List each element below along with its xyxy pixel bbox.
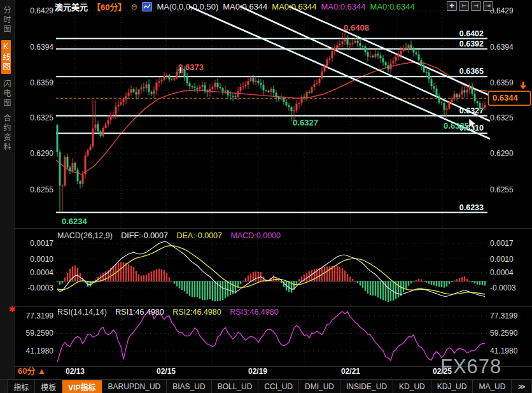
axis-tick-label: 77.3199 [26, 311, 54, 320]
toolbar-tab-7[interactable]: DMI_UD [299, 380, 340, 393]
axis-tick-label: 59.2590 [26, 329, 54, 338]
toolbar-tab-6[interactable]: CCI_UD [258, 380, 299, 393]
price-marker-icon [520, 85, 526, 89]
axis-tick-label: -0.0003 [27, 283, 53, 292]
axis-tick-label: 0.6359 [490, 78, 514, 87]
rsi2-value: RSI2:46.4980 [172, 308, 221, 317]
annotation-label: 0.6234 [62, 217, 88, 226]
date-label: 02/13 [66, 367, 85, 376]
date-label: 02/21 [341, 367, 360, 376]
ma-params-label: MA(0,0,0,0,0,50) [157, 2, 218, 11]
ma-value-4: MA0:0.6344 [370, 2, 415, 11]
chart-style-icon[interactable] [142, 2, 152, 11]
rsi1-value: RSI1:46.4980 [115, 308, 164, 317]
axis-tick-label: 0.0010 [490, 255, 514, 264]
ma-value-3: MA0:0.6344 [321, 2, 365, 11]
macd-dea-value: DEA:-0.0007 [176, 231, 222, 240]
current-price-label: 0.6344 [493, 93, 519, 103]
axis-tick-label: 0.6255 [490, 185, 514, 194]
toolbar-tab-3[interactable]: BARUPDN_UD [102, 380, 167, 393]
sidebar-item-timeshare[interactable]: 分时图 [2, 6, 11, 34]
annotation-label: 0.6408 [344, 23, 369, 32]
period-label: 【60分】 [92, 1, 126, 13]
axis-tick-label: 77.3199 [490, 311, 518, 320]
toolbar-tab-2[interactable]: VIP指标 [62, 380, 102, 393]
axis-tick-label: 41.1980 [490, 347, 518, 355]
date-label: 02/19 [248, 367, 267, 376]
toolbar-tab-1[interactable]: 模板 [35, 380, 62, 393]
axis-tick-label: -0.0003 [490, 283, 516, 292]
chart-header: 澳元美元 【60分】 ⊖ MA(0,0,0,0,0,50) MA0:0.6344… [55, 1, 415, 13]
macd-indicator-labels: MACD(26,12,9) DIFF:-0.0007 DEA:-0.0007 M… [57, 231, 287, 240]
alert-blink-icon[interactable]: ✱ [9, 304, 16, 314]
axis-tick-label: 0.6394 [490, 43, 514, 52]
toolbar-tab-4[interactable]: BIAS_UD [167, 380, 211, 393]
toolbar-tab-10[interactable]: KDJ_UD [431, 380, 473, 393]
rsi-indicator-labels: RSI(14,14,14) RSI1:46.4980 RSI2:46.4980 … [57, 308, 285, 317]
symbol-title: 澳元美元 [55, 1, 88, 13]
macd-histogram [57, 262, 486, 302]
price-line-label: 0.6365 [459, 67, 484, 76]
shift-axis-icon[interactable]: ⇥ [483, 1, 493, 11]
indicator-toolbar: 指标模板VIP指标BARUPDN_UDBIAS_UDBOLL_UDCCI_UDD… [0, 379, 532, 393]
axis-tick-label: 0.6429 [30, 6, 53, 15]
price-line-label: 0.6392 [459, 39, 484, 48]
axis-scale-right-icon[interactable]: ⊣ [471, 1, 481, 11]
macd-macd-value: MACD:0.0000 [231, 231, 281, 240]
watermark: FX678 [440, 355, 501, 378]
ma-value-2: MA0:0.6344 [272, 2, 316, 11]
axis-tick-label: 0.6325 [30, 113, 53, 122]
axis-tick-label: 0.0017 [490, 239, 514, 248]
price-line-label: 0.6402 [459, 29, 484, 38]
toolbar-tab-9[interactable]: KD_UD [393, 380, 431, 393]
crosshair-pan-icon[interactable]: ✚ [447, 1, 457, 11]
axis-scale-left-icon[interactable]: ⊢ [459, 1, 469, 11]
toolbar-tab-12[interactable]: ≫ [512, 380, 532, 393]
chart-tool-buttons: ✚ ⊢ ⊣ ⇥ [447, 1, 493, 11]
candlestick-chart: 0.64020.63920.63650.63270.63100.62330.64… [0, 0, 532, 379]
toolbar-tab-0[interactable]: 指标 [8, 380, 35, 393]
axis-tick-label: 0.0004 [30, 268, 53, 277]
axis-tick-label: 41.1980 [26, 347, 54, 355]
axis-tick-label: 0.0017 [30, 239, 53, 248]
collapse-icon[interactable]: ⊖ [130, 2, 137, 11]
sidebar-item-kline[interactable]: K线图 [1, 40, 11, 74]
annotation-label: 0.6327 [293, 118, 318, 127]
price-line-label: 0.6233 [459, 203, 484, 212]
axis-tick-label: 0.6325 [490, 113, 514, 122]
axis-tick-label: 0.6290 [30, 149, 53, 158]
sidebar-item-flash[interactable]: 闪电图 [2, 80, 11, 108]
axis-tick-label: 0.6394 [30, 43, 53, 52]
toolbar-corner [0, 380, 8, 393]
toolbar-tab-11[interactable]: MA_UD [473, 380, 512, 393]
chart-type-sidebar: 分时图 K线图 闪电图 合约资料 [0, 0, 15, 379]
sidebar-item-contract-info[interactable]: 合约资料 [2, 114, 11, 152]
ma-value-1: MA0:0.6344 [223, 2, 267, 11]
axis-tick-label: 0.0004 [490, 268, 514, 277]
rsi-title: RSI(14,14,14) [57, 308, 107, 317]
axis-tick-label: 59.2590 [490, 329, 518, 338]
trading-chart-app: 0.64020.63920.63650.63270.63100.62330.64… [0, 0, 532, 393]
axis-tick-label: 0.0010 [30, 255, 53, 264]
axis-tick-label: 0.6290 [490, 149, 514, 158]
axis-tick-label: 0.6359 [30, 78, 53, 87]
axis-tick-label: 0.6429 [490, 6, 514, 15]
axis-tick-label: 0.6255 [30, 185, 53, 194]
rsi3-value: RSI3:46.4980 [230, 308, 278, 317]
rsi-line [57, 311, 485, 362]
macd-diff-value: DIFF:-0.0007 [121, 231, 168, 240]
annotation-label: 0.6325 [444, 121, 469, 131]
date-label: 02/15 [157, 367, 176, 376]
macd-title: MACD(26,12,9) [57, 231, 113, 240]
period-badge[interactable]: 60分 ▲ [18, 364, 46, 376]
toolbar-tab-5[interactable]: BOLL_UD [212, 380, 259, 393]
toolbar-tab-8[interactable]: INSIDE_UD [340, 380, 393, 393]
